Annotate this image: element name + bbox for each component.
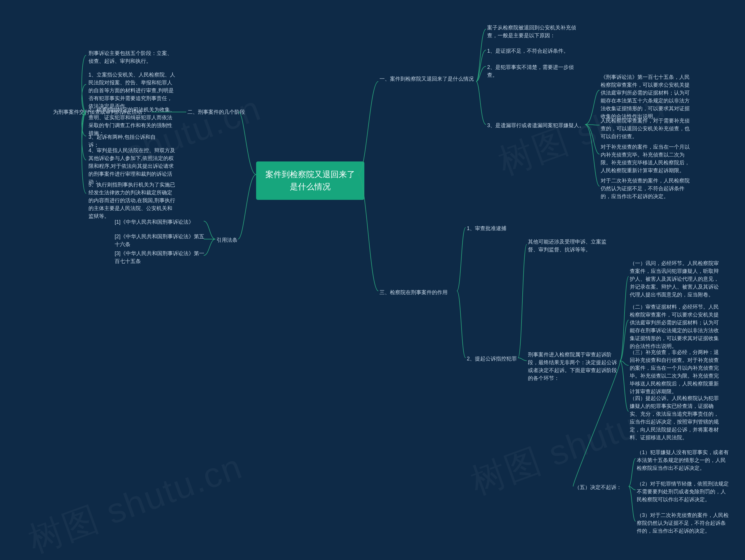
b1-d2: 人民检察院审查案件，对于需要补充侦查的，可以退回公安机关补充侦查，也可以自行侦查…: [600, 117, 695, 141]
root-line2: 是什么情况: [290, 182, 331, 191]
b4-r1: [1]《中华人民共和国刑事诉讼法》: [114, 218, 195, 227]
b3-p2: 2、提起公诉指控犯罪: [465, 354, 518, 363]
b1-intro: 案子从检察院被退回到公安机关补充侦查，一般是主要是以下原因：: [486, 23, 581, 40]
branch-1-title: 一、案件到检察院又退回来了是什么情况: [378, 74, 475, 84]
b3-c5c: （3）对于二次补充侦查的案件，人民检察院仍然认为证据不足，不符合起诉条件的，应当…: [636, 511, 731, 535]
b3-p2b: 刑事案件进入检察院属于审查起诉阶段，最终结果无非两个：决定提起公诉或者决定不起诉…: [527, 350, 622, 383]
b3-p1: 1、审查批准逮捕: [465, 224, 508, 233]
b1-p2: 2、是犯罪事实不清楚，需要进一步侦查。: [486, 63, 581, 80]
b1-p3: 3、是遗漏罪行或者遗漏同案犯罪嫌疑人。: [486, 121, 585, 130]
b3-c5: （五）决定不起诉：: [573, 483, 623, 492]
b3-p2a: 其他可能还涉及受理申诉、立案监督、审判监督、抗诉等等。: [527, 237, 616, 254]
b1-d1: 《刑事诉讼法》第一百七十五条，人民检察院审查案件，可以要求公安机关提供法庭审判所…: [600, 73, 695, 121]
b3-c3: （三）补充侦查，非必经，分两种：退回补充侦查和自行侦查。对于补充侦查的案件，应当…: [628, 348, 724, 396]
b3-c2: （二）审查证据材料，必经环节。人民检察院审查案件，可以要求公安机关提供法庭审判所…: [628, 302, 724, 351]
b3-c5a: （1）犯罪嫌疑人没有犯罪事实，或者有本法第十五条规定的情形之一的，人民检察院应当…: [636, 448, 731, 473]
root-line1: 案件到检察院又退回来了: [265, 170, 355, 179]
root-node: 案件到检察院又退回来了 是什么情况: [256, 161, 364, 200]
b3-c4: （四）提起公诉。人民检察院认为犯罪嫌疑人的犯罪事实已经查清，证据确实、充分，依法…: [628, 394, 724, 442]
b2-s1: 1、立案指公安机关、人民检察院、人民法院对报案、控告、举报和犯罪人的自首等方面的…: [87, 70, 177, 111]
b4-r3: [3]《中华人民共和国刑事诉讼法》第一百七十五条: [114, 249, 209, 266]
branch-3-title: 三、检察院在刑事案件的作用: [378, 288, 449, 297]
b2-s5: 5、执行则指刑事执行机关为了实施已经发生法律效力的判决和裁定所确定的内容而进行的…: [87, 180, 177, 221]
b3-c1: （一）讯问，必经环节。人民检察院审查案件，应当讯问犯罪嫌疑人，听取辩护人、被害人…: [628, 259, 724, 299]
b1-d3: 对于补充侦查的案件，应当在一个月以内补充侦查完毕。补充侦查以二次为限。补充侦查完…: [600, 142, 695, 175]
b4-r2: [2]《中华人民共和国刑事诉讼法》第五十六条: [114, 232, 209, 249]
b1-d4: 对于二次补充侦查的案件，人民检察院仍然认为证据不足，不符合起诉条件的，应当作出不…: [600, 176, 695, 201]
watermark: 树图 shutu.cn: [22, 443, 249, 560]
branch-2-title: 二、刑事案件的几个阶段: [186, 108, 246, 117]
b1-p1: 1、是证据不足，不符合起诉条件。: [486, 46, 570, 56]
b3-c5b: （2）对于犯罪情节轻微，依照刑法规定不需要要判处刑罚或者免除刑罚的，人民检察院可…: [636, 480, 731, 504]
branch-4-title: 引用法条: [215, 236, 239, 245]
b2-s0: 刑事诉讼主要包括五个阶段：立案、侦查、起诉、审判和执行。: [87, 49, 177, 66]
